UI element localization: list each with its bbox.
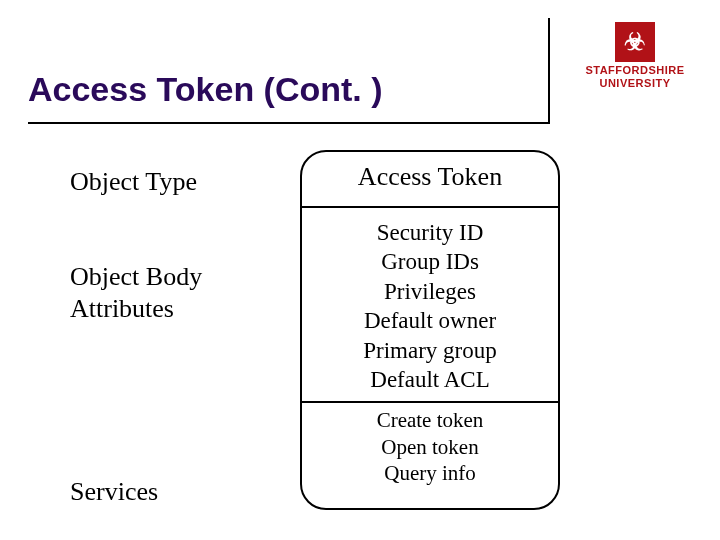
slide: ☣ STAFFORDSHIRE UNIVERSITY Access Token … bbox=[0, 0, 720, 540]
label-services: Services bbox=[70, 476, 290, 509]
logo-text-line1: STAFFORDSHIRE bbox=[580, 64, 690, 77]
token-box: Access Token Security ID Group IDs Privi… bbox=[300, 150, 560, 510]
attr-privileges: Privileges bbox=[308, 277, 552, 306]
logo-text-line2: UNIVERSITY bbox=[580, 77, 690, 90]
biohazard-icon: ☣ bbox=[615, 22, 655, 62]
label-object-body: Object Body Attributes bbox=[70, 261, 290, 326]
label-object-type: Object Type bbox=[70, 166, 290, 199]
title-horizontal-rule bbox=[28, 122, 548, 124]
university-logo: ☣ STAFFORDSHIRE UNIVERSITY bbox=[580, 22, 690, 89]
attr-default-owner: Default owner bbox=[308, 306, 552, 335]
svc-open-token: Open token bbox=[308, 434, 552, 461]
label-object-body-l1: Object Body bbox=[70, 262, 202, 291]
attr-security-id: Security ID bbox=[308, 218, 552, 247]
attr-primary-group: Primary group bbox=[308, 336, 552, 365]
svc-query-info: Query info bbox=[308, 460, 552, 487]
title-area: Access Token (Cont. ) bbox=[28, 70, 560, 119]
logo-glyph: ☣ bbox=[624, 28, 646, 56]
box-services: Create token Open token Query info bbox=[302, 403, 558, 496]
svc-create-token: Create token bbox=[308, 407, 552, 434]
label-object-body-l2: Attributes bbox=[70, 294, 174, 323]
slide-title: Access Token (Cont. ) bbox=[28, 70, 560, 119]
box-attributes: Security ID Group IDs Privileges Default… bbox=[302, 208, 558, 401]
box-header: Access Token bbox=[302, 152, 558, 206]
attr-group-ids: Group IDs bbox=[308, 247, 552, 276]
left-labels: Object Type Object Body Attributes Servi… bbox=[70, 160, 290, 508]
attr-default-acl: Default ACL bbox=[308, 365, 552, 394]
